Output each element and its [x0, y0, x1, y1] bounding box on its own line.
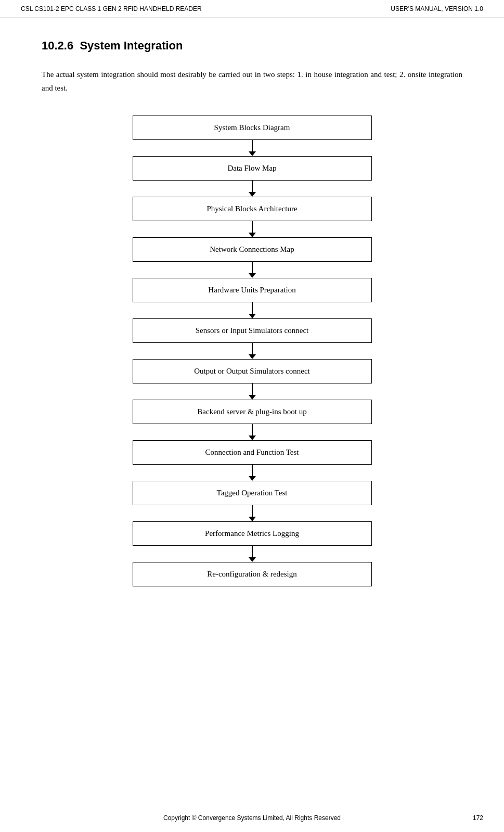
- section-number: 10.2.6: [42, 39, 73, 52]
- arrow-line-5: [252, 343, 253, 354]
- arrow-line-1: [252, 181, 253, 192]
- flow-box-2: Physical Blocks Architecture: [133, 197, 372, 221]
- arrow-head-2: [249, 233, 256, 237]
- flow-box-11: Re-configuration & redesign: [133, 562, 372, 586]
- flow-box-10: Performance Metrics Logging: [133, 521, 372, 546]
- flow-arrow-7: [249, 424, 256, 440]
- arrow-line-2: [252, 221, 253, 233]
- flow-box-3: Network Connections Map: [133, 237, 372, 262]
- flow-box-0: System Blocks Diagram: [133, 116, 372, 140]
- arrow-line-6: [252, 383, 253, 395]
- section-heading: System Integration: [80, 39, 183, 52]
- flow-box-8: Connection and Function Test: [133, 440, 372, 465]
- arrow-line-9: [252, 505, 253, 517]
- arrow-head-4: [249, 314, 256, 318]
- arrow-head-10: [249, 557, 256, 562]
- flow-arrow-6: [249, 383, 256, 400]
- flow-arrow-1: [249, 181, 256, 197]
- arrow-line-8: [252, 465, 253, 476]
- header-right: USER'S MANUAL, VERSION 1.0: [391, 5, 483, 12]
- flow-arrow-0: [249, 140, 256, 156]
- flow-arrow-9: [249, 505, 256, 521]
- flow-box-9: Tagged Operation Test: [133, 481, 372, 505]
- arrow-head-3: [249, 273, 256, 278]
- intro-paragraph: The actual system integration should mos…: [42, 68, 462, 95]
- arrow-head-7: [249, 436, 256, 440]
- page-content: 10.2.6 System Integration The actual sys…: [0, 18, 504, 628]
- page-footer: Copyright © Convergence Systems Limited,…: [0, 814, 504, 822]
- flowchart: System Blocks DiagramData Flow MapPhysic…: [42, 116, 462, 586]
- arrow-head-0: [249, 151, 256, 156]
- flow-arrow-3: [249, 262, 256, 278]
- footer-copyright: Copyright © Convergence Systems Limited,…: [21, 814, 483, 822]
- flow-arrow-8: [249, 465, 256, 481]
- arrow-head-9: [249, 517, 256, 521]
- flow-arrow-4: [249, 302, 256, 318]
- arrow-line-3: [252, 262, 253, 273]
- arrow-line-10: [252, 546, 253, 557]
- flow-arrow-5: [249, 343, 256, 359]
- arrow-line-7: [252, 424, 253, 436]
- flow-box-5: Sensors or Input Simulators connect: [133, 318, 372, 343]
- page-header: CSL CS101-2 EPC CLASS 1 GEN 2 RFID HANDH…: [0, 0, 504, 18]
- header-left: CSL CS101-2 EPC CLASS 1 GEN 2 RFID HANDH…: [21, 5, 202, 12]
- section-title: 10.2.6 System Integration: [42, 39, 462, 53]
- arrow-head-5: [249, 354, 256, 359]
- footer-page-number: 172: [473, 814, 483, 822]
- flow-box-7: Backend server & plug-ins boot up: [133, 400, 372, 424]
- arrow-head-6: [249, 395, 256, 400]
- arrow-head-8: [249, 476, 256, 481]
- flow-arrow-10: [249, 546, 256, 562]
- flow-arrow-2: [249, 221, 256, 237]
- arrow-head-1: [249, 192, 256, 197]
- flow-box-1: Data Flow Map: [133, 156, 372, 181]
- arrow-line-0: [252, 140, 253, 151]
- arrow-line-4: [252, 302, 253, 314]
- flow-box-6: Output or Output Simulators connect: [133, 359, 372, 383]
- flow-box-4: Hardware Units Preparation: [133, 278, 372, 302]
